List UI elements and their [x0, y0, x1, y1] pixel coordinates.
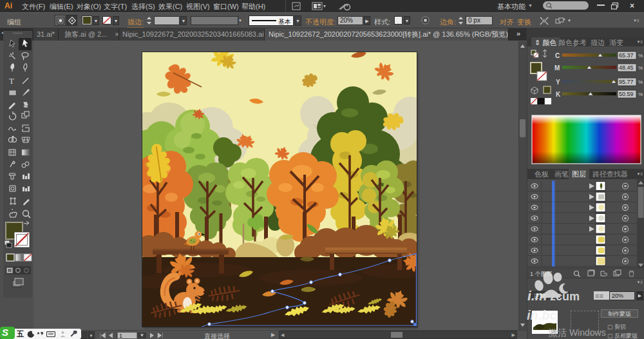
- svg-text:i.m: i.m: [527, 288, 547, 303]
- svg-text:C: C: [555, 52, 560, 59]
- svg-text:%: %: [638, 53, 643, 59]
- svg-text:M: M: [554, 64, 560, 72]
- svg-text:95.77: 95.77: [619, 79, 634, 85]
- svg-text:≡≡: ≡≡: [595, 292, 603, 300]
- svg-text:T: T: [9, 76, 14, 86]
- svg-text:48.45: 48.45: [619, 64, 634, 71]
- svg-text:%: %: [638, 65, 643, 71]
- svg-text:Y: Y: [556, 79, 560, 86]
- svg-text:1: 1: [119, 333, 122, 338]
- svg-text:65.37: 65.37: [619, 52, 634, 59]
- svg-text:zcum: zcum: [550, 290, 580, 303]
- svg-text:K: K: [556, 91, 561, 98]
- svg-text:%: %: [638, 92, 643, 97]
- svg-text:50.59: 50.59: [619, 91, 634, 97]
- svg-text:%: %: [638, 79, 643, 85]
